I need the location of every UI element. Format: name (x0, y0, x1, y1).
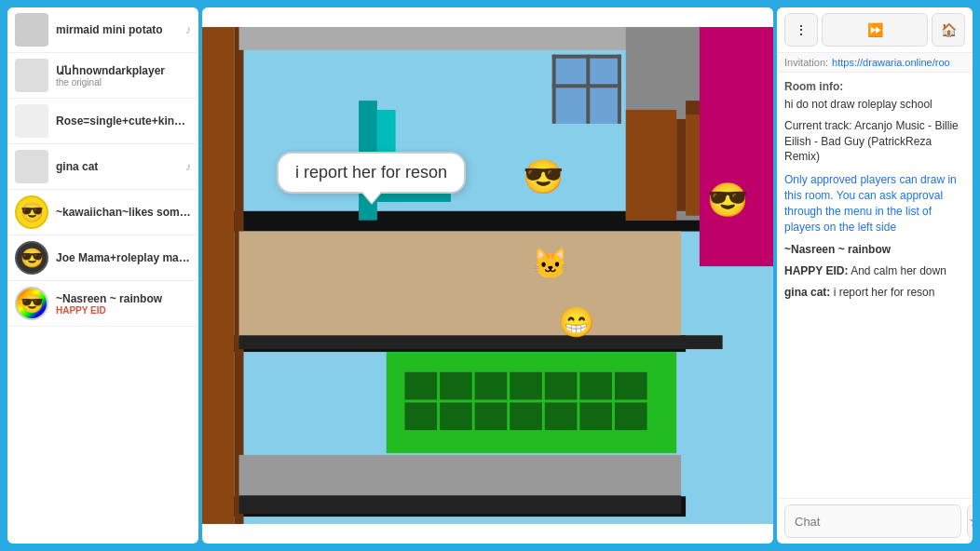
svg-rect-27 (440, 372, 472, 400)
track-info: Current track: Arcanjo Music - Billie Ei… (784, 118, 965, 165)
music-note-icon: ♪ (185, 160, 191, 173)
menu-button[interactable]: ⋮ (784, 13, 818, 47)
player-name: mirmaid mini potato (56, 23, 178, 36)
invite-link[interactable]: https://drawaria.online/roo (832, 57, 950, 68)
right-panel: ⋮ ⏩ 🏠 Invitation: https://drawaria.onlin… (777, 7, 973, 544)
chat-message: ~Nasreen ~ rainbow (784, 242, 965, 258)
player-info: Joe Mama+roleplay master (56, 251, 191, 264)
avatar: 😎 (15, 287, 48, 320)
svg-text:😎: 😎 (523, 157, 565, 196)
right-header: ⋮ ⏩ 🏠 (777, 7, 973, 53)
svg-text:🐱: 🐱 (532, 246, 569, 281)
player-info: Անհnowndarkplayer the original (56, 64, 191, 87)
star-icon: ★ (968, 511, 973, 531)
player-info: ~kawaiichan~likes someone~ (56, 206, 191, 219)
svg-text:😁: 😁 (558, 304, 595, 340)
svg-rect-18 (676, 119, 686, 211)
chat-input-area: ★ (777, 498, 973, 544)
avatar: 😎 (15, 195, 48, 229)
message-text: And calm her down (851, 264, 946, 277)
home-icon: 🏠 (941, 22, 957, 37)
svg-rect-24 (239, 335, 723, 349)
message-author: gina cat: (784, 286, 830, 299)
svg-rect-12 (552, 55, 556, 124)
avatar: 😎 (15, 241, 48, 275)
music-note-icon: ♪ (185, 23, 191, 36)
svg-text:😎: 😎 (707, 181, 749, 220)
chat-message: HAPPY EID: And calm her down (784, 263, 965, 279)
player-item[interactable]: mirmaid mini potato ♪ (7, 7, 198, 53)
player-item[interactable]: Անհnowndarkplayer the original (7, 53, 198, 99)
home-button[interactable]: 🏠 (932, 13, 965, 47)
room-info: Room info: hi do not draw roleplay schoo… (777, 73, 973, 498)
avatar (15, 59, 48, 92)
invite-bar: Invitation: https://drawaria.online/roo (777, 53, 973, 73)
message-author: HAPPY EID: (784, 264, 848, 277)
track-label: Current track: (784, 119, 852, 132)
avatar (15, 13, 48, 47)
player-name: Անհnowndarkplayer (56, 64, 191, 77)
player-name: ~Nasreen ~ rainbow (56, 292, 191, 305)
svg-rect-35 (475, 402, 508, 430)
player-sub: the original (56, 77, 191, 87)
approved-notice: Only approved players can draw in this r… (784, 172, 965, 235)
svg-rect-21 (700, 27, 773, 266)
star-button[interactable]: ★ (967, 504, 973, 538)
svg-rect-34 (440, 402, 472, 430)
svg-rect-33 (405, 402, 438, 430)
player-info: mirmaid mini potato (56, 23, 178, 36)
svg-rect-14 (552, 84, 621, 87)
svg-rect-31 (579, 372, 612, 400)
fast-forward-button[interactable]: ⏩ (822, 13, 928, 47)
player-name: ~kawaiichan~likes someone~ (56, 206, 191, 219)
player-info: gina cat (56, 160, 178, 173)
player-item[interactable]: gina cat ♪ (7, 144, 198, 190)
svg-rect-17 (626, 110, 676, 221)
player-info: ~Nasreen ~ rainbow HAPPY EID (56, 292, 191, 316)
player-list: mirmaid mini potato ♪ Անհnowndarkplayer … (7, 7, 198, 544)
svg-rect-28 (475, 372, 508, 400)
avatar (15, 150, 48, 183)
avatar (15, 104, 48, 138)
svg-rect-39 (615, 402, 647, 430)
svg-rect-41 (239, 495, 682, 514)
game-canvas-area: 😎 😎 🐱 😁 😎 i report her for reson (202, 7, 773, 544)
svg-rect-23 (239, 232, 682, 338)
player-name: Joe Mama+roleplay master (56, 251, 191, 264)
menu-dots-icon: ⋮ (795, 22, 808, 37)
invite-label: Invitation: (784, 57, 828, 68)
speech-bubble: i report her for reson (277, 152, 466, 194)
chat-message: gina cat: i report her for reson (784, 285, 965, 301)
player-item[interactable]: 😎 ~Nasreen ~ rainbow HAPPY EID (7, 281, 198, 327)
player-item[interactable]: Rose=single+cute+kind💗 (7, 99, 198, 144)
message-author: ~Nasreen ~ rainbow (784, 243, 891, 256)
svg-rect-4 (202, 27, 235, 524)
player-item[interactable]: 😎 Joe Mama+roleplay master (7, 235, 198, 281)
room-title: Room info: (784, 80, 965, 93)
room-description: hi do not draw roleplay school (784, 97, 965, 113)
player-name: gina cat (56, 160, 178, 173)
svg-rect-29 (510, 372, 542, 400)
svg-rect-37 (545, 402, 578, 430)
player-name: Rose=single+cute+kind💗 (56, 114, 191, 128)
svg-rect-38 (579, 402, 612, 430)
svg-rect-36 (510, 402, 542, 430)
player-info: Rose=single+cute+kind💗 (56, 114, 191, 128)
player-sub: HAPPY EID (56, 305, 191, 316)
svg-rect-15 (618, 55, 621, 124)
message-text: i report her for reson (834, 286, 935, 299)
fast-forward-icon: ⏩ (867, 22, 883, 37)
svg-rect-40 (239, 455, 682, 496)
svg-rect-32 (615, 372, 647, 400)
svg-rect-13 (586, 55, 590, 124)
player-item[interactable]: 😎 ~kawaiichan~likes someone~ (7, 190, 198, 235)
game-scene: 😎 😎 🐱 😁 😎 (202, 7, 773, 544)
svg-rect-30 (545, 372, 578, 400)
chat-input[interactable] (784, 504, 961, 538)
svg-rect-26 (405, 372, 438, 400)
